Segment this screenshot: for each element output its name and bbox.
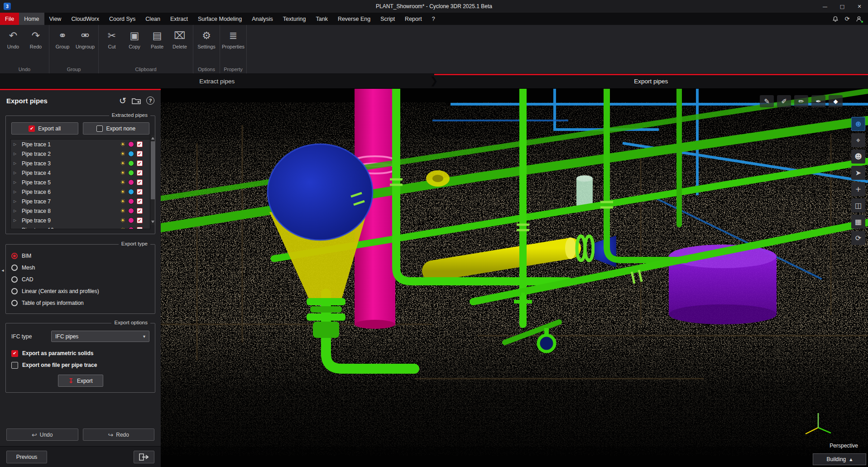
refresh-view-tool[interactable]: ⟳ [851, 231, 865, 245]
menu-home[interactable]: Home [19, 13, 44, 25]
pipe-color-swatch[interactable] [128, 198, 134, 204]
export-all-button[interactable]: Export all [11, 122, 78, 135]
export-type-option[interactable]: Table of pipes information [10, 297, 150, 309]
menu-reverse-eng[interactable]: Reverse Eng [333, 13, 375, 25]
pipe-export-checkbox[interactable] [137, 227, 143, 229]
first-person-tool[interactable]: ☻ [851, 149, 865, 164]
visibility-icon[interactable]: ☀ [120, 179, 125, 186]
menu-file[interactable]: File [0, 13, 19, 25]
export-type-option[interactable]: CAD [10, 274, 150, 285]
pipe-color-swatch[interactable] [128, 160, 134, 166]
pipe-export-checkbox[interactable] [137, 160, 143, 166]
menu-view[interactable]: View [44, 13, 67, 25]
maximize-button[interactable]: □ [834, 0, 851, 13]
menu-help[interactable]: ? [427, 13, 440, 25]
pipe-export-checkbox[interactable] [137, 179, 143, 185]
visibility-icon[interactable]: ☀ [120, 226, 125, 229]
expand-icon[interactable]: ▷ [14, 190, 19, 194]
pipe-trace-row[interactable]: ▷ Pipe trace 10 ☀ [11, 225, 144, 229]
radio-icon[interactable] [11, 265, 18, 271]
previous-button[interactable]: Previous [6, 451, 47, 463]
export-type-option[interactable]: Linear (Center axis and profiles) [10, 285, 150, 297]
pipe-color-swatch[interactable] [128, 170, 134, 176]
expand-icon[interactable]: ▷ [14, 142, 19, 146]
pipe-color-swatch[interactable] [128, 189, 134, 195]
pipe-export-checkbox[interactable] [137, 151, 143, 157]
scrollbar-thumb[interactable] [151, 141, 155, 199]
panel-redo-button[interactable]: ↪ Redo [83, 428, 155, 441]
menu-coord-sys[interactable]: Coord Sys [104, 13, 140, 25]
pipe-export-checkbox[interactable] [137, 141, 143, 147]
history-icon[interactable]: ↺ [119, 96, 126, 106]
close-button[interactable]: ✕ [851, 0, 868, 13]
export-option-row[interactable]: Export as parametric solids [10, 347, 150, 359]
3d-viewport[interactable]: ✎ ✐ ✏ ✒ ◆ ⊕ ⌖ ☻ ➤ [161, 89, 868, 467]
visibility-icon[interactable]: ☀ [120, 217, 125, 224]
export-none-button[interactable]: Export none [83, 122, 150, 135]
annotate-pipe-tool-2[interactable]: ✐ [777, 95, 791, 107]
visibility-icon[interactable]: ☀ [120, 150, 125, 157]
minimize-button[interactable]: — [816, 0, 834, 13]
visibility-icon[interactable]: ☀ [120, 198, 125, 205]
clipping-tool[interactable]: ▦ [851, 215, 865, 229]
annotate-pipe-tool-4[interactable]: ✒ [811, 95, 825, 107]
pipe-color-swatch[interactable] [128, 141, 134, 147]
pipe-color-swatch[interactable] [128, 217, 134, 223]
visibility-icon[interactable]: ☀ [120, 160, 125, 167]
radio-icon[interactable] [11, 253, 18, 259]
cube-view-tool[interactable]: ◫ [851, 198, 865, 212]
ifc-type-dropdown[interactable]: IFC pipes ▾ [51, 331, 149, 342]
pipe-color-swatch[interactable] [128, 227, 134, 229]
pipe-export-checkbox[interactable] [137, 217, 143, 223]
pipe-color-swatch[interactable] [128, 179, 134, 185]
sync-icon[interactable]: ⟳ [844, 15, 851, 23]
pipe-trace-row[interactable]: ▷ Pipe trace 7 ☀ [11, 197, 144, 206]
option-checkbox[interactable] [11, 350, 18, 357]
scroll-up-arrow[interactable] [151, 136, 154, 140]
menu-tank[interactable]: Tank [311, 13, 332, 25]
expand-icon[interactable]: ▷ [14, 180, 19, 184]
menu-report[interactable]: Report [400, 13, 427, 25]
pipe-color-swatch[interactable] [128, 151, 134, 157]
ribbon-settings-button[interactable]: ⚙ Settings [195, 27, 218, 65]
ribbon-undo-button[interactable]: ↶ Undo [2, 27, 24, 65]
ribbon-copy-button[interactable]: ▣ Copy [123, 27, 146, 65]
orbit-tool[interactable]: ⊕ [851, 117, 865, 131]
ribbon-delete-button[interactable]: ⌧ Delete [168, 27, 191, 65]
export-type-option[interactable]: BIM [10, 250, 150, 262]
pipe-trace-row[interactable]: ▷ Pipe trace 4 ☀ [11, 168, 144, 178]
pipe-export-checkbox[interactable] [137, 198, 143, 204]
ribbon-properties-button[interactable]: ≣ Properties [222, 27, 245, 65]
visibility-icon[interactable]: ☀ [120, 207, 125, 214]
menu-surface-modeling[interactable]: Surface Modeling [193, 13, 247, 25]
pipe-list-scrollbar[interactable] [150, 135, 155, 225]
exit-command-button[interactable] [134, 451, 154, 463]
expand-icon[interactable]: ▷ [14, 228, 19, 229]
target-tool[interactable]: ⌖ [851, 133, 865, 147]
pipe-trace-row[interactable]: ▷ Pipe trace 6 ☀ [11, 187, 144, 197]
pipe-color-swatch[interactable] [128, 208, 134, 214]
pipe-export-checkbox[interactable] [137, 208, 143, 214]
export-type-option[interactable]: Mesh [10, 262, 150, 274]
ribbon-redo-button[interactable]: ↷ Redo [24, 27, 47, 65]
pipe-trace-row[interactable]: ▷ Pipe trace 8 ☀ [11, 206, 144, 216]
pipe-export-checkbox[interactable] [137, 189, 143, 195]
expand-icon[interactable]: ▷ [14, 209, 19, 213]
tab-extract-pipes[interactable]: Extract pipes [0, 74, 434, 88]
visibility-icon[interactable]: ☀ [120, 188, 125, 195]
export-option-row[interactable]: Export one file per pipe trace [10, 359, 150, 371]
ribbon-ungroup-button[interactable]: ⚮ Ungroup [74, 27, 96, 65]
ribbon-paste-button[interactable]: ▤ Paste [146, 27, 168, 65]
expand-icon[interactable]: ▷ [14, 152, 19, 156]
ribbon-group-button[interactable]: ⚭ Group [51, 27, 74, 65]
menu-script[interactable]: Script [375, 13, 400, 25]
annotate-pipe-tool-1[interactable]: ✎ [760, 95, 774, 107]
pipe-trace-list[interactable]: ▷ Pipe trace 1 ☀ ▷ Pipe trace 2 ☀ [10, 139, 150, 229]
tab-export-pipes[interactable]: Export pipes [434, 74, 868, 88]
export-button[interactable]: ↧ Export [58, 375, 103, 387]
option-checkbox[interactable] [11, 362, 18, 369]
pipe-trace-row[interactable]: ▷ Pipe trace 2 ☀ [11, 149, 144, 159]
pipe-export-checkbox[interactable] [137, 170, 143, 176]
menu-analysis[interactable]: Analysis [247, 13, 278, 25]
tag-tool[interactable]: ◆ [829, 95, 843, 107]
